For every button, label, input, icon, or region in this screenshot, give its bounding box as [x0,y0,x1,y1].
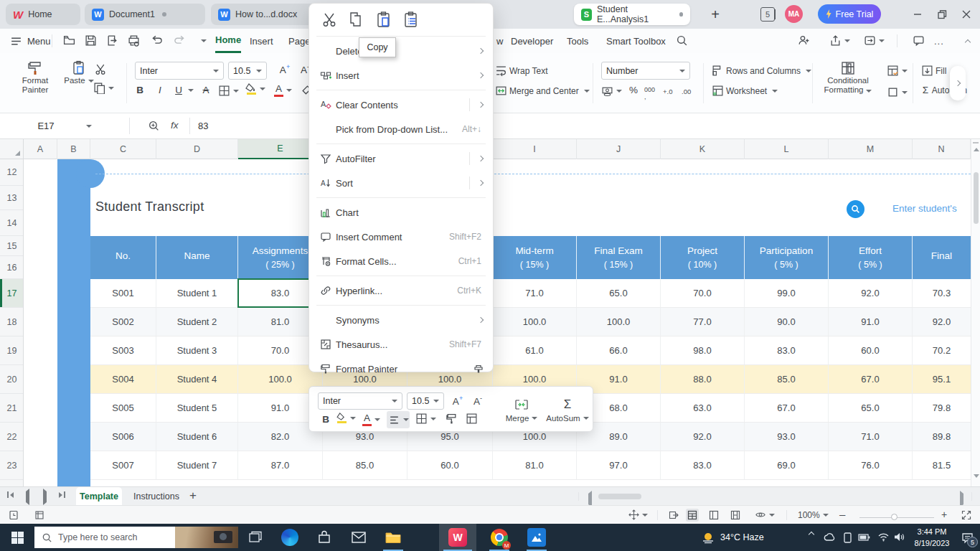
cell-final[interactable]: 89.8 [913,423,971,451]
cell-name[interactable]: Student 5 [156,394,238,422]
hscroll-right-icon[interactable] [960,494,963,504]
page-break-view-icon[interactable] [729,509,742,522]
cell-project[interactable]: 63.0 [661,394,745,422]
mini-font-size-select[interactable]: 10.5 [407,392,444,410]
comma-style-button[interactable]: 000, [644,86,655,100]
cell-midterm[interactable]: 81.0 [493,451,577,479]
mini-decrease-font-button[interactable]: A- [471,395,484,407]
add-sheet-button[interactable]: + [189,489,197,503]
cell-no[interactable]: S006 [90,423,156,451]
onedrive-icon[interactable] [824,532,836,542]
save-icon[interactable] [85,34,97,47]
sheet-tab-instructions[interactable]: Instructions [128,487,185,506]
search-hint-text[interactable]: Enter student's [892,203,957,214]
cell-effort[interactable]: 60.0 [829,336,913,364]
cell-name[interactable]: Student 3 [156,336,238,364]
cell-participation[interactable]: 90.0 [745,308,829,336]
speaker-icon[interactable] [894,532,905,542]
rows-and-columns-button[interactable]: Rows and Columns [712,65,811,77]
ribbon-tab-tools[interactable]: Tools [567,29,588,53]
fill-color-button[interactable] [245,83,265,95]
menu-item-chart[interactable]: Chart [309,200,493,225]
row-header[interactable]: 16 [0,256,24,279]
sheet-tab-template[interactable]: Template [76,487,122,506]
row-header[interactable]: 15 [0,236,24,256]
mini-font-name-select[interactable]: Inter [318,392,402,410]
edge-icon[interactable] [275,524,304,551]
print-preview-icon[interactable] [128,34,140,47]
cell-f[interactable]: 85.0 [323,451,407,479]
cell-final[interactable]: 70.3 [913,279,971,307]
mini-increase-font-button[interactable]: A+ [451,395,464,407]
redo-icon[interactable] [174,34,186,47]
zoom-in-button[interactable]: + [941,509,947,520]
cell-mode-icon[interactable] [33,509,46,522]
search-daily-image[interactable] [175,527,238,548]
cell-name[interactable]: Student 4 [156,365,238,393]
normal-view-icon[interactable] [686,509,699,522]
table-header-cell[interactable]: Mid-term ( 15% ) [493,236,577,279]
close-button[interactable] [957,6,976,23]
task-view-button[interactable] [241,524,270,551]
last-sheet-button[interactable] [59,491,65,498]
column-header[interactable]: D [156,139,238,159]
copy-button[interactable] [93,82,114,94]
row-header[interactable]: 22 [0,423,24,451]
copy-icon[interactable] [348,11,365,28]
cell-effort[interactable]: 65.0 [829,394,913,422]
prev-sheet-button[interactable] [26,491,29,502]
cell-effort[interactable]: 92.0 [829,279,913,307]
font-color-button[interactable]: A [274,83,292,97]
row-header[interactable]: 13 [0,186,24,210]
borders-button[interactable] [218,85,239,97]
zoom-formula-icon[interactable] [148,120,160,132]
export-view-icon[interactable] [667,509,680,522]
cell-final[interactable]: 95.1 [913,365,971,393]
row-header[interactable]: 20 [0,365,24,394]
search-icon[interactable] [676,34,688,47]
column-header[interactable]: A [24,139,57,159]
cell-final[interactable]: 92.0 [913,308,971,336]
menu-item-clear-contents[interactable]: A Clear Contents [309,93,493,117]
cell-effort[interactable]: 67.0 [829,365,913,393]
cell-participation[interactable]: 83.0 [745,336,829,364]
next-sheet-button[interactable] [43,491,47,502]
name-box[interactable]: E17 [0,113,129,138]
menu-item-sort[interactable]: A Sort [309,171,493,195]
cell-effort[interactable]: 91.0 [829,308,913,336]
pickup-dropdown-button[interactable] [864,34,885,47]
column-header[interactable]: J [577,139,661,159]
cell-effort[interactable]: 71.0 [829,423,913,451]
format-painter-button[interactable]: Format Painter [13,60,57,95]
table-header-cell[interactable]: Participation ( 5% ) [745,236,829,279]
decrease-decimal-button[interactable]: .00 [682,88,691,95]
row-header[interactable]: 23 [0,451,24,480]
row-header[interactable]: 14 [0,210,24,236]
cell-no[interactable]: S003 [90,336,156,364]
cell-name[interactable]: Student 7 [156,451,238,479]
cell-no[interactable]: S001 [90,279,156,307]
menu-item-thesaurus[interactable]: Thesaurus... Shift+F7 [309,332,493,357]
ribbon-tab-home[interactable]: Home [215,29,241,53]
column-header[interactable]: I [493,139,577,159]
cell-name[interactable]: Student 6 [156,423,238,451]
weather-text[interactable]: 34°C Haze [720,532,764,542]
menu-item-format-painter[interactable]: Format Painter [309,357,493,381]
cell-project[interactable]: 77.0 [661,308,745,336]
reading-mode-button[interactable] [755,509,775,520]
paste-button[interactable]: Paste [63,60,95,85]
battery-icon[interactable] [858,532,870,542]
ribbon-tab-developer[interactable]: Developer [511,29,553,53]
font-name-select[interactable]: Inter [135,62,224,80]
table-header-cell[interactable]: Final Exam ( 15% ) [577,236,661,279]
table-row[interactable]: S002 Student 2 81.0 100.0 100.0 77.0 90.… [90,308,971,336]
chrome-icon[interactable]: M [485,524,514,551]
tray-expand-icon[interactable] [809,532,814,537]
network-icon[interactable] [878,532,889,542]
taskbar-search-box[interactable]: Type here to search [34,527,238,548]
wps-office-icon[interactable]: W [439,524,476,551]
zoom-level-button[interactable]: 100% [798,510,829,520]
page-layout-view-icon[interactable] [707,509,720,522]
row-header[interactable]: 17 [0,279,24,308]
cell-final-exam[interactable]: 97.0 [577,451,661,479]
